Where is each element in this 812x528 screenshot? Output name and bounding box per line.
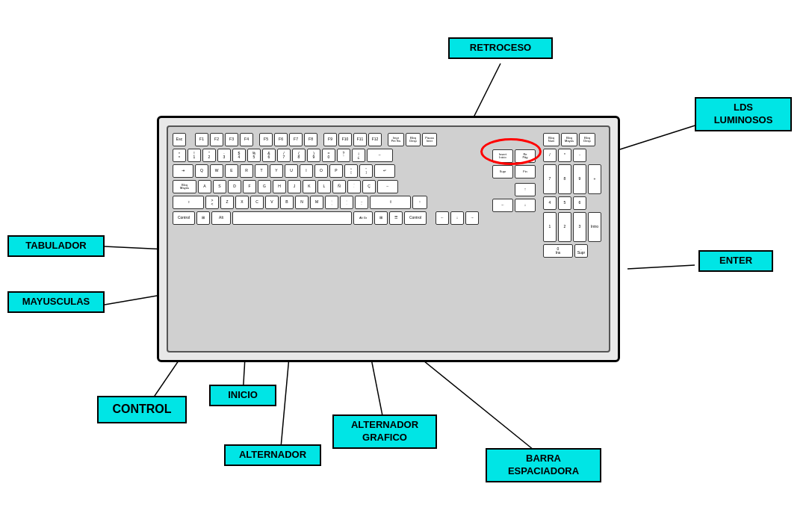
key-ctrl-right[interactable]: Control xyxy=(404,211,427,225)
key-f[interactable]: F xyxy=(243,180,256,193)
key-8[interactable]: (8 xyxy=(292,149,306,162)
key-lt[interactable]: >< xyxy=(205,196,219,209)
key-ctrl-left[interactable]: Control xyxy=(173,211,195,225)
key-bloqnum[interactable]: BloqNum xyxy=(543,133,560,146)
key-minus[interactable]: _- xyxy=(355,196,368,209)
key-num7[interactable]: 7 xyxy=(543,164,557,194)
key-k[interactable]: K xyxy=(303,180,316,193)
key-num5[interactable]: 5 xyxy=(558,196,571,210)
key-insert[interactable]: InsertInicio xyxy=(492,149,513,163)
key-p[interactable]: P xyxy=(329,164,343,178)
key-2[interactable]: "2 xyxy=(202,149,216,162)
key-alt-left[interactable]: Alt xyxy=(211,211,231,225)
key-ccedilla[interactable]: Ç xyxy=(362,180,376,193)
key-num1[interactable]: 1 xyxy=(543,212,557,242)
key-num-del[interactable]: .Supr xyxy=(574,244,588,258)
key-up[interactable]: ↑ xyxy=(412,196,427,209)
key-fin[interactable]: Fin xyxy=(515,165,536,178)
key-j[interactable]: J xyxy=(288,180,301,193)
key-1[interactable]: !1 xyxy=(187,149,201,162)
key-z[interactable]: Z xyxy=(220,196,234,209)
key-r[interactable]: R xyxy=(240,164,253,178)
key-f12[interactable]: F12 xyxy=(368,133,382,146)
key-o[interactable]: O xyxy=(314,164,328,178)
key-home[interactable]: RePág xyxy=(515,149,536,163)
key-t[interactable]: T xyxy=(255,164,268,178)
key-nav-up[interactable]: ↑ xyxy=(515,183,536,196)
key-bloqdesp[interactable]: BloqDesp xyxy=(406,133,421,146)
key-shift-left[interactable]: ⇧ xyxy=(173,196,204,209)
key-f6[interactable]: F6 xyxy=(274,133,288,146)
key-w[interactable]: W xyxy=(210,164,223,178)
key-enter-top[interactable]: ↵ xyxy=(374,164,395,178)
key-3[interactable]: ·3 xyxy=(217,149,231,162)
key-b[interactable]: B xyxy=(280,196,294,209)
key-num9[interactable]: 9 xyxy=(573,164,586,194)
key-period[interactable]: :. xyxy=(340,196,353,209)
key-5[interactable]: %5 xyxy=(247,149,261,162)
key-a[interactable]: A xyxy=(198,180,211,193)
key-tab[interactable]: ⇥ xyxy=(173,164,193,178)
key-win-left[interactable]: ⊞ xyxy=(196,211,210,225)
key-altgr[interactable]: Alt Gr xyxy=(353,211,373,225)
key-q[interactable]: Q xyxy=(195,164,208,178)
key-7[interactable]: /7 xyxy=(277,149,291,162)
key-f4[interactable]: F4 xyxy=(240,133,253,146)
key-enye[interactable]: Ñ xyxy=(332,180,346,193)
key-bracket-open[interactable]: ^[ xyxy=(344,164,358,178)
key-menu[interactable]: ☰ xyxy=(389,211,403,225)
key-f7[interactable]: F7 xyxy=(289,133,303,146)
key-num-enter[interactable]: Intro xyxy=(588,212,601,242)
key-f1[interactable]: F1 xyxy=(195,133,208,146)
key-right[interactable]: → xyxy=(465,211,479,225)
key-l[interactable]: L xyxy=(317,180,331,193)
key-f10[interactable]: F10 xyxy=(338,133,352,146)
key-9[interactable]: )9 xyxy=(307,149,320,162)
key-esc[interactable]: Esc xyxy=(173,133,186,146)
key-num3[interactable]: 3 xyxy=(573,212,586,242)
key-0[interactable]: =0 xyxy=(322,149,335,162)
key-petsis[interactable]: ImprPet Sis xyxy=(388,133,404,146)
key-h[interactable]: H xyxy=(273,180,286,193)
key-d[interactable]: D xyxy=(228,180,241,193)
key-num8[interactable]: 8 xyxy=(558,164,571,194)
key-6[interactable]: &6 xyxy=(262,149,276,162)
key-supr[interactable]: Supr xyxy=(492,165,513,178)
key-capslock[interactable]: BloqMayús xyxy=(173,180,196,193)
key-left[interactable]: ← xyxy=(436,211,449,225)
key-i[interactable]: I xyxy=(300,164,313,178)
key-num-sub[interactable]: - xyxy=(573,149,586,162)
key-nav-left[interactable]: ← xyxy=(492,199,513,212)
key-m[interactable]: M xyxy=(310,196,323,209)
key-bracket-close[interactable]: *] xyxy=(359,164,373,178)
key-excl[interactable]: ¡¿ xyxy=(352,149,365,162)
key-acute[interactable]: ¨´ xyxy=(347,180,361,193)
key-space[interactable] xyxy=(232,211,352,225)
key-f9[interactable]: F9 xyxy=(323,133,337,146)
key-apostrophe[interactable]: ?' xyxy=(337,149,350,162)
key-f5[interactable]: F5 xyxy=(259,133,273,146)
key-num4[interactable]: 4 xyxy=(543,196,557,210)
key-x[interactable]: X xyxy=(235,196,249,209)
key-f3[interactable]: F3 xyxy=(225,133,238,146)
key-num-add[interactable]: + xyxy=(588,164,601,194)
key-bloqmayus[interactable]: BloqMayús xyxy=(561,133,577,146)
key-y[interactable]: Y xyxy=(270,164,283,178)
key-pause[interactable]: PausaInter xyxy=(422,133,437,146)
key-backspace[interactable]: ← xyxy=(367,149,393,162)
key-4[interactable]: $4 xyxy=(232,149,246,162)
key-nav-down[interactable]: ↓ xyxy=(515,199,536,212)
key-num-mul[interactable]: * xyxy=(558,149,571,162)
key-u[interactable]: U xyxy=(285,164,298,178)
key-comma[interactable]: ;, xyxy=(325,196,338,209)
key-f8[interactable]: F8 xyxy=(304,133,317,146)
key-f2[interactable]: F2 xyxy=(210,133,223,146)
key-down[interactable]: ↓ xyxy=(450,211,464,225)
key-bloqdesp2[interactable]: BloqDesp xyxy=(579,133,595,146)
key-shift-right[interactable]: ⇧ xyxy=(370,196,411,209)
key-tilde[interactable]: ºª xyxy=(173,149,186,162)
key-num2[interactable]: 2 xyxy=(558,212,571,242)
key-e[interactable]: E xyxy=(225,164,238,178)
key-num0[interactable]: 0Ins xyxy=(543,244,573,258)
key-g[interactable]: G xyxy=(258,180,271,193)
